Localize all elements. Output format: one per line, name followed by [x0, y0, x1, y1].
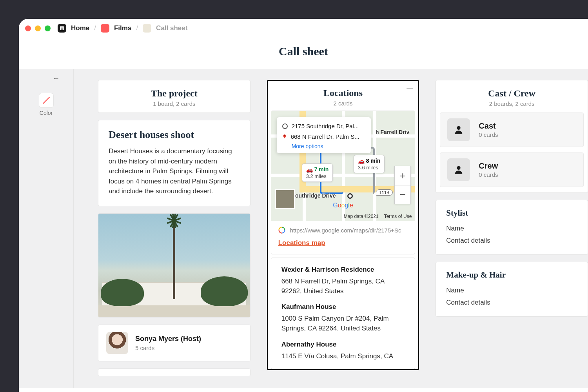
project-description: Desert Houses is a documentary focusing …: [109, 146, 240, 196]
zoom-in-button[interactable]: +: [395, 166, 410, 185]
map-url-row[interactable]: https://www.google.com/maps/dir/2175+Sc: [271, 221, 415, 239]
breadcrumb: Home / Films / Call sheet: [58, 24, 187, 33]
location-name: Abernathy House: [281, 341, 405, 348]
location-address: 1145 E Vía Colusa, Palm Springs, CA: [281, 352, 405, 361]
board-columns: The project 1 board, 2 cards Desert hous…: [74, 69, 588, 388]
google-icon: [278, 227, 285, 234]
field-name: Name: [446, 285, 577, 297]
person-name: Sonya Myers (Host): [135, 335, 201, 343]
locations-list-card[interactable]: Wexler & Harrison Residence 668 N Farrel…: [271, 258, 416, 369]
breadcrumb-current: Call sheet: [156, 24, 187, 32]
road-label: h Farrell Driv: [376, 129, 409, 135]
tile-subtitle: 0 cards: [479, 171, 498, 178]
project-description-card[interactable]: Desert houses shoot Desert Houses is a d…: [98, 120, 250, 206]
breadcrumb-sep: /: [94, 24, 96, 32]
app-window: Home / Films / Call sheet Call sheet ← C…: [19, 19, 588, 392]
car-icon: 🚗: [358, 158, 365, 164]
color-tool[interactable]: [39, 93, 53, 107]
titlebar: Home / Films / Call sheet: [19, 19, 588, 38]
column-subtitle: 1 board, 2 cards: [98, 100, 250, 107]
card-stub[interactable]: [98, 368, 250, 376]
field-contact: Contact details: [446, 297, 577, 309]
route-origin: 2175 Southridge Dr, Pal...: [292, 123, 359, 129]
field-name: Name: [446, 223, 577, 235]
column-title: Locations: [268, 88, 419, 98]
map-embed[interactable]: 2175 Southridge Dr, Pal... 668 N Farrell…: [271, 111, 415, 221]
person-subtitle: 5 cards: [135, 345, 201, 351]
project-title: Desert houses shoot: [109, 129, 240, 141]
stylist-card[interactable]: Stylist Name Contact details: [436, 200, 588, 255]
close-icon[interactable]: [25, 25, 31, 31]
column-header-card[interactable]: Cast / Crew 2 boards, 2 cards Cast 0 car…: [436, 80, 588, 193]
route-badge-alt[interactable]: 🚗8 min 3.6 miles: [354, 155, 385, 173]
car-icon: 🚗: [306, 167, 313, 173]
column-locations: Locations 2 cards —: [267, 80, 419, 388]
column-cast-crew: Cast / Crew 2 boards, 2 cards Cast 0 car…: [436, 80, 588, 388]
map-attribution: Map data ©2021 Terms of Use: [344, 214, 412, 219]
back-arrow-icon[interactable]: ←: [53, 74, 60, 83]
directions-panel[interactable]: 2175 Southridge Dr, Pal... 668 N Farrell…: [277, 117, 371, 153]
person-card[interactable]: Sonya Myers (Host) 5 cards: [98, 325, 250, 361]
cast-board-tile[interactable]: Cast 0 cards: [440, 113, 584, 147]
google-logo: Google: [333, 202, 353, 209]
svg-point-6: [457, 166, 461, 170]
maximize-icon[interactable]: [45, 25, 51, 31]
svg-point-0: [284, 135, 285, 136]
tile-title: Crew: [479, 162, 498, 171]
map-card: 2175 Southridge Dr, Pal... 668 N Farrell…: [271, 111, 416, 254]
location-name: Wexler & Harrison Residence: [281, 266, 405, 274]
route-badge-primary[interactable]: 🚗7 min 3.2 miles: [302, 163, 333, 182]
locations-selected-frame[interactable]: Locations 2 cards —: [267, 80, 419, 370]
minimize-icon[interactable]: [35, 25, 41, 31]
minimize-icon[interactable]: —: [407, 85, 413, 92]
column-subtitle: 2 boards, 2 cards: [436, 100, 588, 107]
zoom-out-button[interactable]: −: [395, 185, 410, 204]
column-project: The project 1 board, 2 cards Desert hous…: [98, 80, 250, 388]
more-options-link[interactable]: More options: [292, 143, 365, 149]
column-title: The project: [98, 88, 250, 99]
crew-board-tile[interactable]: Crew 0 cards: [440, 152, 584, 187]
location-address: 668 N Farrell Dr, Palm Springs, CA 92262…: [281, 277, 405, 296]
origin-icon: [282, 123, 288, 129]
color-tool-label: Color: [19, 110, 73, 116]
map-zoom-controls: + −: [394, 166, 411, 204]
callsheet-icon[interactable]: [143, 24, 151, 33]
satellite-thumbnail[interactable]: [275, 189, 295, 209]
body: ← Color The project 1 board, 2 cards Des…: [19, 69, 588, 388]
breadcrumb-films[interactable]: Films: [114, 24, 131, 32]
location-name: Kaufmann House: [281, 303, 405, 311]
highway-shield: 111B: [376, 189, 393, 196]
breadcrumb-sep: /: [136, 24, 138, 32]
location-address: 1000 S Palm Canyon Dr #204, Palm Springs…: [281, 314, 405, 333]
tile-title: Cast: [479, 122, 498, 131]
color-swatch-icon: [42, 97, 49, 104]
person-icon: [447, 118, 470, 141]
sidebar: ← Color: [19, 69, 74, 388]
breadcrumb-home[interactable]: Home: [71, 24, 89, 32]
window-controls: [25, 25, 51, 31]
home-icon[interactable]: [58, 24, 66, 33]
avatar: [106, 332, 128, 354]
films-icon[interactable]: [101, 24, 109, 33]
person-icon: [447, 158, 470, 181]
pin-icon: [282, 133, 287, 140]
locations-map-link[interactable]: Locations map: [271, 239, 415, 254]
column-subtitle: 2 cards: [268, 100, 419, 107]
project-photo: [98, 214, 250, 317]
page-header: Call sheet: [19, 38, 588, 69]
column-title: Cast / Crew: [436, 88, 588, 99]
route-destination: 668 N Farrell Dr, Palm S...: [291, 133, 359, 140]
destination-pin-icon: [347, 193, 353, 199]
road-label: Southridge Drive: [292, 192, 336, 199]
svg-point-5: [457, 126, 461, 130]
project-photo-card[interactable]: [98, 213, 250, 318]
column-header-card[interactable]: The project 1 board, 2 cards: [98, 80, 250, 113]
field-contact: Contact details: [446, 235, 577, 247]
makeup-hair-card[interactable]: Make-up & Hair Name Contact details: [436, 262, 588, 317]
tile-subtitle: 0 cards: [479, 131, 498, 138]
map-url: https://www.google.com/maps/dir/2175+Sc: [290, 227, 401, 234]
card-title: Make-up & Hair: [446, 270, 577, 280]
card-title: Stylist: [446, 208, 577, 218]
page-title: Call sheet: [19, 45, 588, 58]
